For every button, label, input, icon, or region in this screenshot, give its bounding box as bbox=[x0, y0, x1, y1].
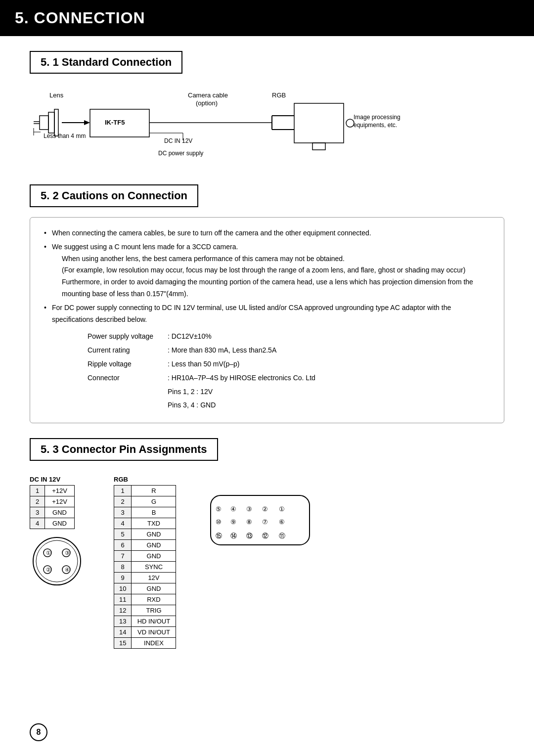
svg-text:⑬: ⑬ bbox=[246, 532, 253, 539]
svg-text:⑩: ⑩ bbox=[216, 518, 222, 526]
svg-text:⑪: ⑪ bbox=[279, 532, 285, 539]
dc-pin-table: 1+12V2+12V3GND4GND bbox=[30, 485, 75, 529]
svg-text:IK-TF5: IK-TF5 bbox=[105, 119, 125, 126]
svg-text:⑧: ⑧ bbox=[246, 518, 252, 526]
svg-point-29 bbox=[33, 537, 81, 585]
page-number: 8 bbox=[30, 723, 47, 741]
dc-pin-group: DC IN 12V 1+12V2+12V3GND4GND ① ③ bbox=[30, 476, 84, 590]
cautions-box: When connecting the camera cables, be su… bbox=[30, 217, 504, 423]
svg-text:⑮: ⑮ bbox=[216, 532, 222, 539]
connection-diagram: Lens IK-TF5 Less than 4 mm Camera cable bbox=[30, 89, 504, 175]
svg-text:⑤: ⑤ bbox=[216, 505, 222, 513]
svg-text:DC power supply: DC power supply bbox=[158, 150, 203, 157]
svg-point-30 bbox=[36, 540, 78, 582]
section1-header: 5. 1 Standard Connection bbox=[30, 51, 182, 74]
chapter-header: 5. CONNECTION bbox=[0, 0, 534, 36]
svg-text:RGB: RGB bbox=[272, 91, 286, 99]
svg-rect-2 bbox=[48, 112, 54, 133]
caution-sub2: (For example, low resolution may occur, … bbox=[52, 265, 490, 276]
table-row: 1+12V bbox=[30, 486, 75, 496]
table-row: 10GND bbox=[114, 583, 176, 594]
svg-text:⑫: ⑫ bbox=[262, 532, 268, 539]
caution-item-2: We suggest using a C mount lens made for… bbox=[44, 241, 490, 300]
table-row: 13HD IN/OUT bbox=[114, 616, 176, 627]
svg-text:③: ③ bbox=[65, 550, 70, 556]
svg-rect-26 bbox=[312, 143, 325, 150]
svg-text:②: ② bbox=[262, 505, 268, 513]
svg-rect-3 bbox=[54, 109, 58, 136]
spec-table: Power supply voltage: DC12V±10%Current r… bbox=[84, 329, 319, 413]
svg-text:Less than 4 mm: Less than 4 mm bbox=[44, 133, 86, 139]
table-row: 4GND bbox=[30, 518, 75, 529]
svg-text:⑨: ⑨ bbox=[230, 518, 236, 526]
dc-label: DC IN 12V bbox=[30, 476, 84, 483]
svg-text:⑦: ⑦ bbox=[262, 518, 268, 526]
rgb-connector-diagram: ⑤ ④ ③ ② ① ⑩ ⑨ ⑧ ⑦ ⑥ ⑮ ⑭ ⑬ bbox=[206, 490, 314, 552]
svg-text:Image processing: Image processing bbox=[354, 114, 400, 121]
svg-text:Lens: Lens bbox=[49, 91, 64, 99]
table-row: 4TXD bbox=[114, 518, 176, 529]
svg-rect-1 bbox=[40, 116, 48, 130]
pin-section: DC IN 12V 1+12V2+12V3GND4GND ① ③ bbox=[30, 476, 504, 649]
svg-text:DC IN 12V: DC IN 12V bbox=[164, 137, 192, 144]
dc-connector-diagram: ① ③ ② ④ bbox=[30, 534, 84, 588]
svg-text:⑭: ⑭ bbox=[230, 532, 237, 539]
section3-header: 5. 3 Connector Pin Assignments bbox=[30, 438, 218, 461]
svg-text:①: ① bbox=[279, 505, 285, 513]
chapter-number: 5. bbox=[15, 9, 29, 27]
caution-item-3: For DC power supply connecting to DC IN … bbox=[44, 302, 490, 326]
svg-rect-24 bbox=[294, 103, 344, 143]
svg-rect-39 bbox=[211, 495, 310, 545]
svg-text:equipments, etc.: equipments, etc. bbox=[354, 122, 397, 129]
svg-text:⑥: ⑥ bbox=[279, 518, 285, 526]
svg-text:①: ① bbox=[46, 550, 51, 556]
table-row: 5GND bbox=[114, 529, 176, 540]
table-row: 15INDEX bbox=[114, 638, 176, 649]
svg-text:④: ④ bbox=[230, 505, 236, 513]
caution-sub1: When using another lens, the best camera… bbox=[52, 253, 490, 265]
svg-text:③: ③ bbox=[246, 505, 252, 513]
table-row: 3B bbox=[114, 507, 176, 518]
rgb-label: RGB bbox=[114, 476, 176, 483]
table-row: 2G bbox=[114, 496, 176, 507]
section2-header: 5. 2 Cautions on Connection bbox=[30, 184, 198, 207]
caution-item-1: When connecting the camera cables, be su… bbox=[44, 227, 490, 239]
table-row: 6GND bbox=[114, 540, 176, 551]
svg-text:(option): (option) bbox=[196, 99, 218, 107]
table-row: 12TRIG bbox=[114, 605, 176, 616]
svg-text:④: ④ bbox=[65, 567, 70, 573]
svg-marker-7 bbox=[84, 120, 90, 125]
table-row: 2+12V bbox=[30, 496, 75, 507]
svg-point-25 bbox=[346, 119, 354, 127]
svg-text:Camera cable: Camera cable bbox=[188, 91, 228, 99]
rgb-pin-table: 1R2G3B4TXD5GND6GND7GND8SYNC912V10GND11RX… bbox=[114, 485, 176, 649]
caution-sub3: Furthermore, in order to avoid damaging … bbox=[52, 276, 490, 300]
table-row: 11RXD bbox=[114, 594, 176, 605]
table-row: 912V bbox=[114, 573, 176, 583]
table-row: 8SYNC bbox=[114, 562, 176, 573]
table-row: 1R bbox=[114, 486, 176, 496]
rgb-pin-group: RGB 1R2G3B4TXD5GND6GND7GND8SYNC912V10GND… bbox=[114, 476, 176, 649]
table-row: 7GND bbox=[114, 551, 176, 562]
svg-text:②: ② bbox=[46, 567, 51, 573]
table-row: 14VD IN/OUT bbox=[114, 627, 176, 638]
chapter-title: CONNECTION bbox=[34, 9, 145, 27]
table-row: 3GND bbox=[30, 507, 75, 518]
